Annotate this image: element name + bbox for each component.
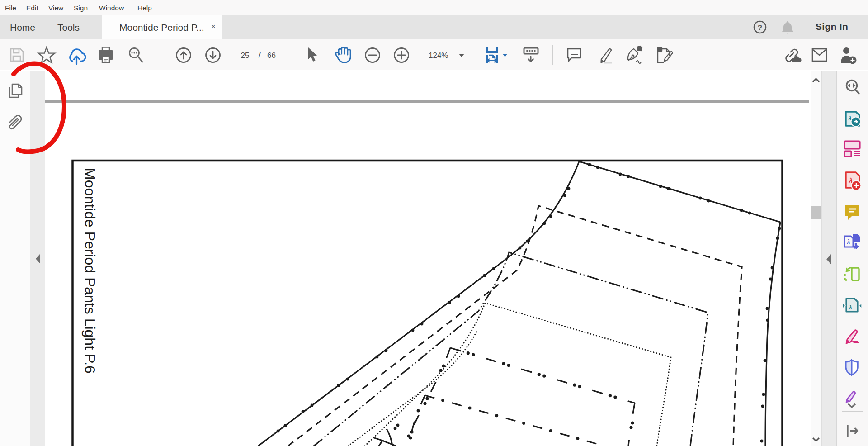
svg-text:Moontide Period Pants Light P.: Moontide Period Pants Light P.6 [82,168,98,374]
svg-text:?: ? [758,24,762,32]
svg-text:λ: λ [848,304,852,311]
svg-text:λ: λ [848,115,851,122]
svg-text:λ: λ [847,239,850,245]
